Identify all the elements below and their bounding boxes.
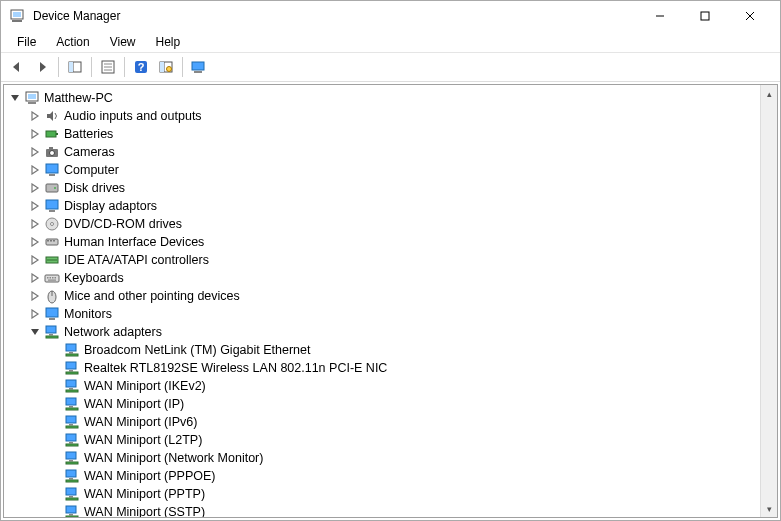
- svg-rect-70: [66, 398, 76, 405]
- expand-icon[interactable]: [28, 145, 42, 159]
- expand-icon[interactable]: [28, 181, 42, 195]
- minimize-button[interactable]: [637, 2, 682, 31]
- collapse-icon[interactable]: [28, 325, 42, 339]
- tree-root[interactable]: Matthew-PC: [4, 89, 760, 107]
- tree-category[interactable]: Batteries: [4, 125, 760, 143]
- tree-item-label: Matthew-PC: [44, 91, 113, 105]
- tree-category[interactable]: Cameras: [4, 143, 760, 161]
- expand-icon[interactable]: [28, 109, 42, 123]
- expander-none: [48, 469, 62, 483]
- battery-icon: [44, 126, 60, 142]
- svg-rect-86: [69, 496, 73, 498]
- expand-icon[interactable]: [28, 271, 42, 285]
- network-icon: [64, 468, 80, 484]
- svg-rect-58: [46, 326, 56, 333]
- maximize-button[interactable]: [682, 2, 727, 31]
- svg-rect-35: [49, 210, 55, 212]
- svg-rect-41: [53, 240, 55, 242]
- svg-rect-32: [46, 184, 58, 192]
- svg-rect-4: [701, 12, 709, 20]
- tree-device[interactable]: WAN Miniport (Network Monitor): [4, 449, 760, 467]
- menu-help[interactable]: Help: [146, 33, 191, 51]
- network-icon: [64, 414, 80, 430]
- network-icon: [64, 360, 80, 376]
- expand-icon[interactable]: [28, 289, 42, 303]
- tree-device[interactable]: WAN Miniport (IPv6): [4, 413, 760, 431]
- svg-rect-87: [66, 498, 78, 500]
- monitor-icon: [44, 198, 60, 214]
- tree-item-label: WAN Miniport (PPPOE): [84, 469, 216, 483]
- expander-none: [48, 505, 62, 517]
- tree-device[interactable]: WAN Miniport (PPTP): [4, 485, 760, 503]
- svg-rect-30: [46, 164, 58, 173]
- tree-device[interactable]: WAN Miniport (IP): [4, 395, 760, 413]
- close-button[interactable]: [727, 2, 772, 31]
- help-button[interactable]: ?: [129, 55, 153, 79]
- tree-device[interactable]: WAN Miniport (IKEv2): [4, 377, 760, 395]
- expand-icon[interactable]: [28, 199, 42, 213]
- back-button[interactable]: [5, 55, 29, 79]
- tree-item-label: Computer: [64, 163, 119, 177]
- tree-device[interactable]: WAN Miniport (L2TP): [4, 431, 760, 449]
- tree-item-label: DVD/CD-ROM drives: [64, 217, 182, 231]
- expand-icon[interactable]: [28, 235, 42, 249]
- svg-rect-75: [66, 426, 78, 428]
- tree-category[interactable]: Monitors: [4, 305, 760, 323]
- tree-device[interactable]: Realtek RTL8192SE Wireless LAN 802.11n P…: [4, 359, 760, 377]
- collapse-icon[interactable]: [8, 91, 22, 105]
- tree-item-label: IDE ATA/ATAPI controllers: [64, 253, 209, 267]
- view-devices-button[interactable]: [187, 55, 211, 79]
- tree-item-label: Broadcom NetLink (TM) Gigabit Ethernet: [84, 343, 310, 357]
- scroll-down-arrow[interactable]: ▾: [761, 500, 778, 517]
- tree-item-label: Keyboards: [64, 271, 124, 285]
- svg-rect-51: [52, 277, 54, 279]
- tree-category[interactable]: IDE ATA/ATAPI controllers: [4, 251, 760, 269]
- tree-category[interactable]: Mice and other pointing devices: [4, 287, 760, 305]
- expand-icon[interactable]: [28, 163, 42, 177]
- tree-device[interactable]: WAN Miniport (PPPOE): [4, 467, 760, 485]
- expand-icon[interactable]: [28, 307, 42, 321]
- menu-file[interactable]: File: [7, 33, 46, 51]
- toolbar: ?: [1, 53, 780, 82]
- vertical-scrollbar[interactable]: ▴ ▾: [760, 85, 777, 517]
- expand-icon[interactable]: [28, 253, 42, 267]
- scan-hardware-button[interactable]: [154, 55, 178, 79]
- computer-icon: [24, 90, 40, 106]
- content-area: Matthew-PCAudio inputs and outputsBatter…: [3, 84, 778, 518]
- tree-category[interactable]: Display adaptors: [4, 197, 760, 215]
- svg-rect-52: [55, 277, 57, 279]
- tree-item-label: Network adapters: [64, 325, 162, 339]
- menu-action[interactable]: Action: [46, 33, 99, 51]
- svg-rect-24: [28, 102, 36, 104]
- menu-view[interactable]: View: [100, 33, 146, 51]
- svg-rect-50: [50, 277, 52, 279]
- tree-category[interactable]: Network adapters: [4, 323, 760, 341]
- expand-icon[interactable]: [28, 127, 42, 141]
- properties-button[interactable]: [96, 55, 120, 79]
- forward-button[interactable]: [30, 55, 54, 79]
- tree-item-label: Human Interface Devices: [64, 235, 204, 249]
- svg-point-37: [51, 223, 54, 226]
- tree-category[interactable]: Keyboards: [4, 269, 760, 287]
- toolbar-separator: [182, 57, 183, 77]
- tree-category[interactable]: Computer: [4, 161, 760, 179]
- svg-rect-38: [46, 239, 58, 245]
- tree-item-label: WAN Miniport (IP): [84, 397, 184, 411]
- tree-item-label: WAN Miniport (IKEv2): [84, 379, 206, 393]
- tree-category[interactable]: Human Interface Devices: [4, 233, 760, 251]
- tree-category[interactable]: Disk drives: [4, 179, 760, 197]
- svg-rect-90: [66, 516, 78, 517]
- tree-item-label: WAN Miniport (Network Monitor): [84, 451, 263, 465]
- disk-icon: [44, 180, 60, 196]
- expander-none: [48, 487, 62, 501]
- tree-device[interactable]: Broadcom NetLink (TM) Gigabit Ethernet: [4, 341, 760, 359]
- show-hide-console-tree-button[interactable]: [63, 55, 87, 79]
- svg-rect-60: [46, 336, 58, 338]
- tree-category[interactable]: DVD/CD-ROM drives: [4, 215, 760, 233]
- scroll-up-arrow[interactable]: ▴: [761, 85, 778, 102]
- expand-icon[interactable]: [28, 217, 42, 231]
- tree-category[interactable]: Audio inputs and outputs: [4, 107, 760, 125]
- device-tree[interactable]: Matthew-PCAudio inputs and outputsBatter…: [4, 85, 760, 517]
- svg-point-33: [54, 187, 56, 189]
- tree-device[interactable]: WAN Miniport (SSTP): [4, 503, 760, 517]
